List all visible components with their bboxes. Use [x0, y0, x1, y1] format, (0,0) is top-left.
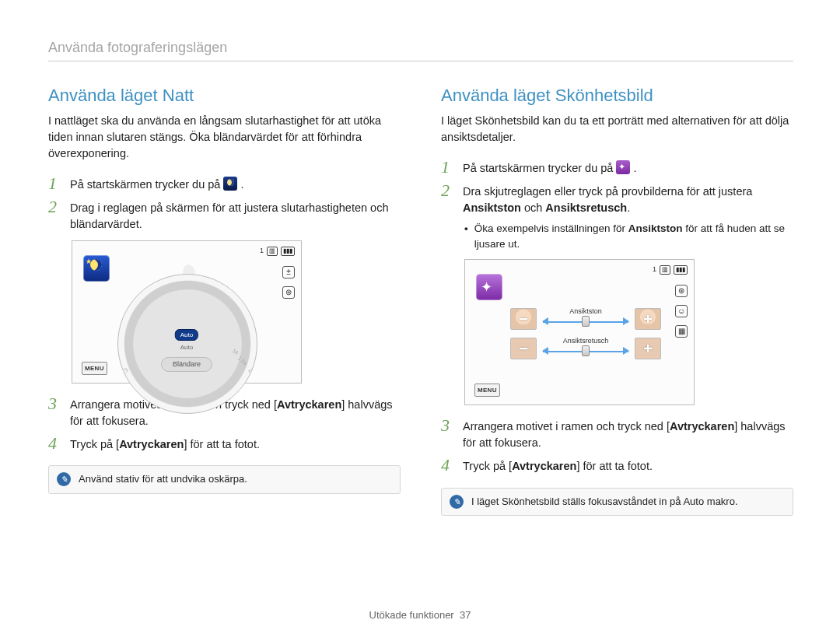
battery-icon: ▮▮▮: [674, 265, 688, 275]
bullet-dot: •: [464, 221, 468, 251]
menu-button: MENU: [82, 362, 107, 376]
battery-icon: ▮▮▮: [281, 247, 295, 256]
step-2-right: 2 Dra skjutreglagen eller tryck på provb…: [441, 181, 793, 216]
slider-track: Ansiktsretusch: [543, 338, 628, 359]
intro-night: I nattläget ska du använda en långsam sl…: [48, 113, 401, 162]
slider-knob: [582, 316, 590, 327]
face-detect-icon: ☺: [675, 305, 688, 317]
slider-face-tone: Ansiktston: [510, 308, 661, 330]
slider-knob: [582, 345, 590, 356]
sd-icon: ▥: [660, 265, 670, 275]
step-suffix: .: [633, 162, 636, 174]
flash-icon: ⊛: [282, 286, 295, 299]
step-body: På startskärmen trycker du på .: [70, 174, 401, 193]
note-text: Använd stativ för att undvika oskärpa.: [79, 472, 247, 487]
step-body: Tryck på [Avtryckaren] för att ta fotot.: [463, 456, 793, 475]
night-mode-icon: [223, 177, 237, 191]
step-number: 2: [48, 198, 62, 233]
note-text: I läget Skönhetsbild ställs fokusavstånd…: [471, 495, 738, 510]
side-icons: ± ⊛: [282, 266, 295, 299]
step-1-left: 1 På startskärmen trycker du på .: [48, 174, 401, 193]
aperture-label: Bländare: [161, 357, 212, 372]
thumb-plus: [635, 308, 661, 330]
note-box-left: ✎ Använd stativ för att undvika oskärpa.: [48, 465, 401, 494]
auto-pill: Auto: [175, 329, 198, 342]
note-box-right: ✎ I läget Skönhetsbild ställs fokusavstå…: [441, 488, 793, 517]
left-column: Använda läget Natt I nattläget ska du an…: [48, 83, 401, 516]
page-footer: Utökade funktioner 37: [0, 608, 840, 623]
side-icons: ⊛ ☺ ▦: [675, 285, 688, 338]
slider-face-retouch: Ansiktsretusch: [510, 338, 661, 359]
sub-bullet-text: Öka exempelvis inställningen för Ansikts…: [474, 221, 793, 251]
step-number: 2: [441, 181, 455, 216]
auto-mid: Auto: [180, 343, 193, 352]
step-number: 1: [48, 174, 62, 193]
beauty-mode-icon: [616, 160, 630, 174]
status-icons: 1 ▥ ▮▮▮: [653, 264, 688, 275]
tick: 3.3: [120, 366, 131, 377]
header-rule: [48, 61, 793, 61]
step-body: Dra skjutreglagen eller tryck på provbil…: [463, 181, 793, 216]
content-columns: Använda läget Natt I nattläget ska du an…: [48, 83, 793, 516]
menu-button: MENU: [474, 384, 500, 398]
note-icon: ✎: [450, 495, 464, 509]
note-icon: ✎: [57, 472, 71, 486]
step-body: Drag i reglagen på skärmen för att juste…: [70, 198, 401, 233]
step-text: På startskärmen trycker du på: [463, 162, 616, 174]
step-text: På startskärmen trycker du på: [70, 178, 223, 191]
step-number: 4: [441, 456, 455, 475]
step-number: 3: [441, 416, 455, 451]
step-1-right: 1 På startskärmen trycker du på .: [441, 158, 793, 177]
step-number: 1: [441, 158, 455, 177]
step-body: Arrangera motivet i ramen och tryck ned …: [463, 416, 793, 451]
tick: 1.5s: [236, 355, 249, 367]
sub-bullet: • Öka exempelvis inställningen för Ansik…: [464, 221, 793, 251]
mode-badge-beauty: [476, 274, 502, 300]
right-column: Använda läget Skönhetsbild I läget Skönh…: [441, 83, 793, 516]
flash-icon: ⊛: [675, 285, 688, 297]
step-3-right: 3 Arrangera motivet i ramen och tryck ne…: [441, 416, 793, 451]
sd-icon: ▥: [267, 247, 278, 256]
tick: 2s: [246, 367, 256, 377]
res-icon: ▦: [675, 325, 688, 338]
footer-page: 37: [460, 609, 471, 621]
status-icons: 1 ▥ ▮▮▮: [260, 246, 295, 256]
tick: 3s: [249, 379, 257, 387]
mode-badge-night: [83, 255, 110, 282]
screenshot-night: 1 ▥ ▮▮▮ ± ⊛ Slutarhastighet 1s 1.5s 2s 3…: [72, 240, 302, 384]
step-suffix: .: [240, 178, 243, 191]
screenshot-beauty: 1 ▥ ▮▮▮ ⊛ ☺ ▦ Ansiktston: [464, 259, 695, 405]
chapter-header: Använda fotograferingslägen: [48, 37, 793, 58]
step-body: Tryck på [Avtryckaren] för att ta fotot.: [70, 434, 401, 453]
step-body: Arrangera motivet i ramen och tryck ned …: [70, 394, 401, 429]
step-2-left: 2 Drag i reglagen på skärmen för att jus…: [48, 198, 401, 233]
step-number: 4: [48, 434, 62, 453]
step-number: 3: [48, 394, 62, 429]
tick: 1s: [231, 347, 240, 356]
step-4-right: 4 Tryck på [Avtryckaren] för att ta foto…: [441, 456, 793, 475]
thumb-plus: [635, 338, 661, 359]
step-4-left: 4 Tryck på [Avtryckaren] för att ta foto…: [48, 434, 401, 453]
step-body: På startskärmen trycker du på .: [463, 158, 793, 177]
thumb-minus: [510, 338, 537, 359]
shot-counter: 1: [260, 246, 264, 256]
footer-label: Utökade funktioner: [369, 609, 454, 621]
slider-track: Ansiktston: [543, 308, 628, 330]
section-title-night: Använda läget Natt: [48, 83, 401, 108]
thumb-minus: [510, 308, 537, 330]
exposure-icon: ±: [282, 266, 295, 278]
section-title-beauty: Använda läget Skönhetsbild: [441, 83, 793, 108]
beauty-sliders: Ansiktston Ansiktsretusch: [510, 308, 661, 367]
shot-counter: 1: [653, 264, 656, 275]
intro-beauty: I läget Skönhetsbild kan du ta ett portr…: [441, 113, 793, 145]
